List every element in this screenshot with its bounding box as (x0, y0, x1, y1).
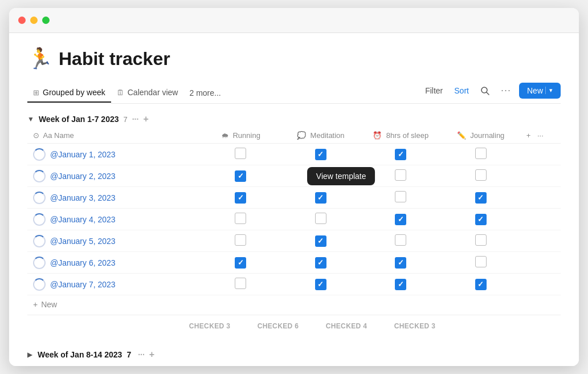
row-actions-cell (521, 187, 561, 209)
main-content: 🏃 Habit tracker ⊞ Grouped by week 🗓 Cale… (9, 33, 579, 366)
running-checkbox[interactable] (235, 148, 246, 159)
sleep-checkbox[interactable] (395, 279, 406, 290)
row-name-cell[interactable]: @January 3, 2023 (27, 188, 201, 208)
sleep-checkbox[interactable] (395, 149, 406, 160)
row-journaling-cell (440, 165, 520, 187)
journaling-checkbox[interactable] (475, 169, 487, 181)
row-running-cell (201, 274, 280, 295)
running-checkbox[interactable] (235, 257, 246, 269)
col-header-running: 🌧 Running (201, 128, 280, 144)
maximize-button[interactable] (42, 17, 50, 24)
row-journaling-cell (440, 230, 520, 252)
tooltip-container: View template (315, 169, 326, 182)
row-journaling-cell (440, 274, 520, 295)
meditation-icon: 💭 (297, 131, 306, 140)
running-checkbox[interactable] (235, 234, 246, 246)
journaling-icon: ✏️ (457, 131, 466, 140)
row-status-icon (33, 192, 46, 204)
table-row: @January 3, 2023 (27, 187, 561, 209)
tab-calendar-view[interactable]: 🗓 Calendar view (111, 83, 184, 103)
running-checkbox[interactable] (235, 278, 246, 289)
meditation-checkbox[interactable] (315, 149, 326, 160)
sleep-checkbox[interactable] (395, 191, 406, 202)
week1-collapse-icon[interactable]: ▼ (27, 115, 34, 123)
add-new-icon: + (33, 300, 38, 309)
new-button[interactable]: New ▾ (519, 83, 561, 99)
journaling-checkbox[interactable] (475, 148, 487, 159)
row-icon-header: ⊙ (33, 131, 39, 140)
row-meditation-cell (281, 144, 361, 165)
row-name-cell[interactable]: @January 1, 2023 (27, 144, 201, 165)
journaling-checkbox[interactable] (475, 279, 487, 290)
row-name-cell[interactable]: @January 5, 2023 (27, 231, 201, 251)
meditation-checkbox[interactable] (315, 235, 326, 247)
journaling-checkbox[interactable] (475, 192, 487, 204)
tab-calendar-label: Calendar view (128, 88, 178, 97)
col-meditation-label: Meditation (311, 131, 345, 140)
close-button[interactable] (18, 17, 26, 24)
more-options-button[interactable]: ··· (497, 82, 514, 99)
row-name-cell[interactable]: @January 6, 2023 (27, 253, 201, 273)
row-date-name: @January 6, 2023 (50, 258, 116, 267)
sleep-checkbox[interactable] (395, 169, 406, 181)
add-new-row[interactable]: + New (27, 295, 561, 314)
col-header-meditation: 💭 Meditation (281, 128, 361, 144)
calendar-icon: 🗓 (117, 88, 124, 97)
week2-add-icon[interactable]: + (149, 349, 154, 360)
new-chevron-icon: ▾ (545, 87, 553, 94)
row-status-icon (33, 148, 46, 161)
journaling-checkbox[interactable] (475, 234, 487, 246)
row-name-cell[interactable]: @January 7, 2023 (27, 274, 201, 295)
meditation-checkbox[interactable] (315, 169, 326, 181)
col-header-icon: ⊙ Aa Name (27, 128, 201, 144)
week2-collapse-icon[interactable]: ▶ (27, 351, 32, 359)
row-sleep-cell (361, 209, 440, 230)
sleep-checkbox[interactable] (395, 234, 406, 246)
sleep-icon: ⏰ (373, 131, 382, 140)
filter-button[interactable]: Filter (422, 84, 446, 97)
tab-grouped-label: Grouped by week (43, 88, 105, 97)
minimize-button[interactable] (30, 17, 38, 24)
row-running-cell (201, 187, 280, 209)
search-button[interactable] (477, 84, 493, 97)
footer-meditation-count: CHECKED 6 (244, 320, 312, 332)
row-status-icon (33, 170, 46, 182)
running-checkbox[interactable] (235, 192, 246, 204)
running-checkbox[interactable] (235, 213, 246, 224)
row-name-cell[interactable]: @January 4, 2023 (27, 209, 201, 230)
sleep-checkbox[interactable] (395, 257, 406, 269)
row-running-cell (201, 252, 280, 274)
row-sleep-cell (361, 230, 440, 252)
table-row: @January 7, 2023 (27, 274, 561, 295)
sort-button[interactable]: Sort (451, 84, 472, 97)
sleep-checkbox[interactable] (395, 214, 406, 225)
week1-add-icon[interactable]: + (143, 114, 148, 124)
row-status-icon (33, 278, 46, 291)
col-add-icon[interactable]: + (526, 131, 531, 140)
meditation-checkbox[interactable] (315, 257, 326, 269)
footer-name-cell (27, 320, 175, 332)
col-more-icon[interactable]: ··· (537, 131, 544, 140)
toolbar-right: Filter Sort ··· New ▾ (422, 82, 561, 103)
table-row: @January 4, 2023 (27, 209, 561, 230)
journaling-checkbox[interactable] (475, 256, 487, 267)
meditation-checkbox[interactable] (315, 279, 326, 290)
row-name-cell[interactable]: @January 2, 2023 (27, 166, 201, 186)
row-meditation-cell (281, 209, 361, 230)
row-status-icon (33, 235, 46, 247)
meditation-checkbox[interactable] (315, 213, 326, 224)
week1-more-icon[interactable]: ··· (132, 115, 139, 124)
tab-more[interactable]: 2 more... (183, 84, 226, 102)
row-actions-cell (521, 274, 561, 295)
svg-line-1 (487, 92, 489, 95)
week2-more-icon[interactable]: ··· (138, 350, 145, 359)
running-checkbox[interactable] (235, 170, 246, 182)
col-running-label: Running (232, 131, 260, 140)
col-header-add: + ··· (521, 128, 561, 144)
week1-group: ▼ Week of Jan 1-7 2023 7 ··· + ⊙ Aa Name (27, 111, 561, 337)
tab-grouped-by-week[interactable]: ⊞ Grouped by week (27, 83, 111, 103)
meditation-checkbox[interactable] (315, 192, 326, 204)
footer-actions-cell (449, 320, 517, 332)
col-header-name: Aa (43, 131, 52, 140)
journaling-checkbox[interactable] (475, 214, 487, 225)
